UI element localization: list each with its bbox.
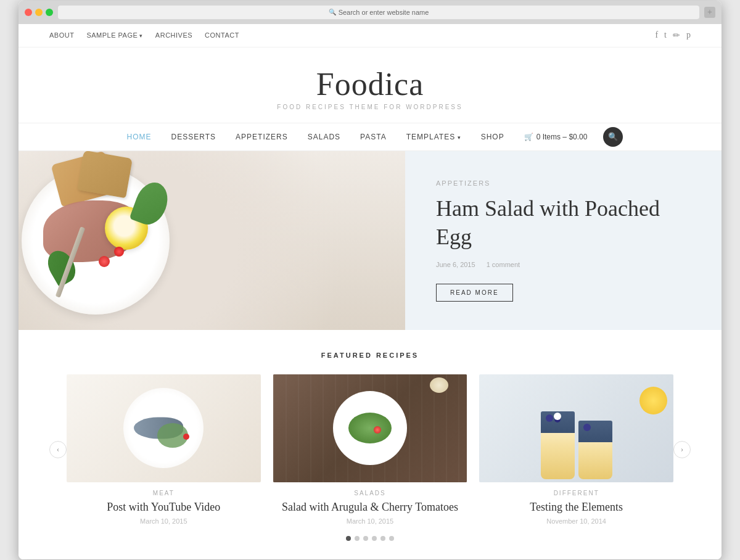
address-text: Search or enter website name [339,9,429,16]
recipe-category-3: DIFFERENT [479,490,673,496]
recipe-image-3 [479,374,673,482]
page-content: About Sample Page Archives Contact f t ✏… [18,24,722,559]
cherry-tomato-2 [114,247,124,257]
bread-slice-2 [77,151,133,198]
dessert-glass-2 [578,421,612,479]
hero-date: June 6, 2015 [436,261,475,268]
nav-about[interactable]: About [49,31,74,39]
recipe-image-2 [273,374,467,482]
recipe-date-1: March 10, 2015 [67,517,261,525]
recipes-carousel: ‹ MEAT Post with Yo [49,374,691,525]
cherry-tomato-1 [99,256,110,267]
food-overlay [18,151,405,330]
arugula-greens [348,413,392,443]
read-more-button[interactable]: Read More [436,284,513,302]
hero-category: Appetizers [436,179,691,187]
close-dot[interactable] [25,9,32,16]
minimize-dot[interactable] [35,9,43,16]
recipe-title-2: Salad with Arugula & Cherry Tomatoes [273,500,467,514]
nav-shop[interactable]: SHOP [471,123,514,150]
recipe-img-different [479,374,673,482]
carousel-dot-3[interactable] [363,536,368,541]
new-tab-button[interactable]: + [704,7,715,18]
carousel-dot-1[interactable] [346,536,351,541]
site-title[interactable]: Foodica [31,66,709,102]
browser-chrome: 🔍 Search or enter website name + [18,1,722,24]
carousel-dot-4[interactable] [372,536,377,541]
recipe-tomatoes [183,434,189,440]
recipe-category-2: SALADS [273,490,467,496]
recipe-category-1: MEAT [67,490,261,496]
featured-section: Featured Recipes ‹ [18,330,722,559]
search-button[interactable]: 🔍 [603,127,623,147]
browser-dots [25,9,53,16]
carousel-dot-6[interactable] [389,536,394,541]
nav-contact[interactable]: Contact [205,31,239,39]
carousel-dot-5[interactable] [380,536,385,541]
pinterest-icon[interactable]: p [686,30,691,40]
recipe-card-1[interactable]: MEAT Post with YouTube Video March 10, 2… [67,374,261,525]
social-links: f t ✏ p [655,30,691,41]
recipe-date-3: November 10, 2014 [479,517,673,525]
browser-window: 🔍 Search or enter website name + About S… [18,1,722,559]
carousel-next-button[interactable]: › [673,441,691,458]
nav-templates[interactable]: TEMPLATES [397,123,471,150]
top-navigation: About Sample Page Archives Contact f t ✏… [18,24,722,47]
search-icon: 🔍 [329,9,336,15]
hero-section: Appetizers Ham Salad with Poached Egg Ju… [18,151,722,330]
facebook-icon[interactable]: f [655,30,658,40]
recipe-img-meat [67,374,261,482]
recipe-card-3[interactable]: DIFFERENT Testing the Elements November … [479,374,673,525]
recipe-title-3: Testing the Elements [479,500,673,514]
address-bar[interactable]: 🔍 Search or enter website name [58,6,699,19]
search-icon: 🔍 [608,132,618,142]
twitter-icon[interactable]: t [664,30,667,40]
carousel-prev-button[interactable]: ‹ [49,441,67,458]
glass-top-1 [541,411,575,433]
hero-text: Appetizers Ham Salad with Poached Egg Ju… [405,151,722,330]
carousel-dot-2[interactable] [355,536,360,541]
instagram-icon[interactable]: ✏ [673,30,680,41]
cherry-tomato [374,426,381,434]
cart-label: 0 Items – $0.00 [536,133,588,141]
nav-desserts[interactable]: DESSERTS [162,123,226,150]
recipes-grid: MEAT Post with YouTube Video March 10, 2… [67,374,673,525]
dessert-glass-1 [541,411,575,479]
top-nav-links: About Sample Page Archives Contact [49,31,239,39]
maximize-dot[interactable] [46,9,53,16]
hero-meta: June 6, 2015 1 comment [436,261,691,268]
berries-1 [546,414,553,422]
recipe-date-2: March 10, 2015 [273,517,467,525]
main-navigation: HOME DESSERTS APPETIZERS SALADS PASTA TE… [18,123,722,151]
featured-title: Featured Recipes [49,352,691,359]
flower [554,413,561,420]
site-header: Foodica Food Recipes Theme for WordPress [18,47,722,123]
site-tagline: Food Recipes Theme for WordPress [31,104,709,110]
hero-image [18,151,405,330]
cart-widget[interactable]: 🛒 0 Items – $0.00 [514,123,598,150]
nav-appetizers[interactable]: APPETIZERS [226,123,298,150]
hero-comments: 1 comment [487,261,520,268]
berries-3 [583,424,591,431]
hero-image-content [18,151,405,330]
nav-salads[interactable]: SALADS [298,123,350,150]
nav-home[interactable]: HOME [117,123,162,150]
nav-archives[interactable]: Archives [155,31,192,39]
recipe-img-salad [273,374,467,482]
glass-top-2 [578,421,612,442]
lemon [639,387,667,414]
recipe-card-2[interactable]: SALADS Salad with Arugula & Cherry Tomat… [273,374,467,525]
recipe-title-1: Post with YouTube Video [67,500,261,514]
hero-title: Ham Salad with Poached Egg [436,194,691,252]
nav-sample-page[interactable]: Sample Page [86,31,142,39]
garlic [430,377,448,393]
cart-icon: 🛒 [524,133,533,141]
carousel-dots [49,536,691,541]
recipe-image-1 [67,374,261,482]
nav-pasta[interactable]: PASTA [350,123,397,150]
